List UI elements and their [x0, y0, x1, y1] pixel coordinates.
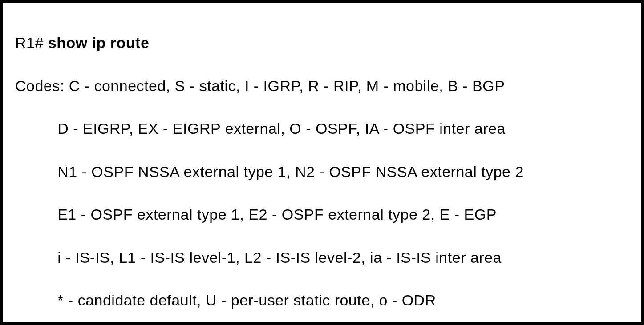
command-text: show ip route [48, 34, 150, 51]
codes-line: D - EIGRP, EX - EIGRP external, O - OSPF… [15, 118, 629, 139]
codes-line: i - IS-IS, L1 - IS-IS level-1, L2 - IS-I… [15, 247, 629, 268]
command-line: R1# show ip route [15, 32, 629, 53]
codes-first-line: C - connected, S - static, I - IGRP, R -… [69, 77, 505, 94]
codes-line: E1 - OSPF external type 1, E2 - OSPF ext… [15, 204, 629, 225]
codes-line: N1 - OSPF NSSA external type 1, N2 - OSP… [15, 161, 629, 182]
terminal-output: R1# show ip route Codes: C - connected, … [15, 11, 629, 325]
router-prompt: R1# [15, 34, 48, 51]
terminal-output-frame: R1# show ip route Codes: C - connected, … [0, 0, 644, 325]
codes-header-line: Codes: C - connected, S - static, I - IG… [15, 75, 629, 96]
codes-prefix: Codes: [15, 77, 69, 94]
codes-line: * - candidate default, U - per-user stat… [15, 289, 629, 311]
